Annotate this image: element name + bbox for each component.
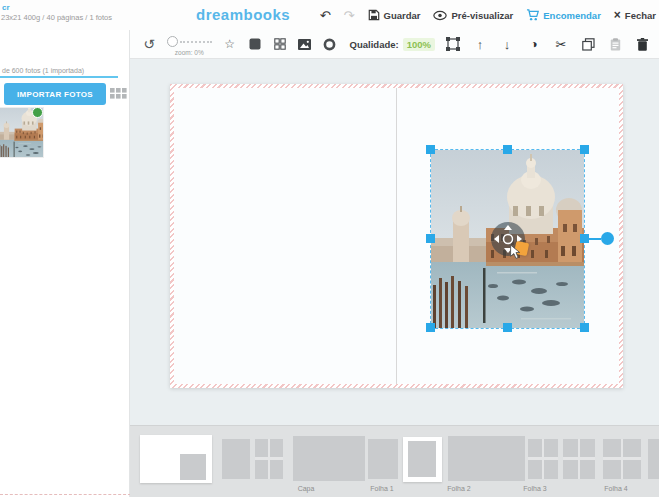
zoom-slider-knob[interactable] [167,36,178,47]
thumb-page-grid [563,439,595,479]
spread-thumb-folha2[interactable] [293,436,365,481]
preview-label: Pré-visualizar [451,10,513,21]
strip-label: Folha 2 [419,485,499,492]
thumb-page [648,439,659,479]
thumb-page-grid [255,439,283,479]
thumb-page [368,439,398,479]
thumbnail-view-toggle-icon[interactable] [110,88,127,107]
cart-icon [526,9,539,21]
reset-zoom-icon[interactable]: ↺ [142,37,156,51]
rotate-handle-knob[interactable] [601,232,614,245]
resize-handle-s[interactable] [503,323,512,332]
contrast-icon[interactable]: ◑ [527,37,541,51]
close-label: Fechar [625,10,656,21]
paste-icon[interactable] [608,37,622,51]
zoom-caption: zoom: 0% [175,49,204,56]
dreambooks-logo: dreambooks [196,6,290,23]
thumb-photo-placeholder [180,454,206,480]
strip-label: Folha 3 [495,485,575,492]
close-icon: × [614,8,621,22]
order-button[interactable]: Encomendar [526,9,601,21]
spread-thumb-folha4[interactable] [448,436,525,481]
eye-icon [433,10,447,21]
order-label: Encomendar [543,10,601,21]
top-bar: cr 23x21 400g / 40 páginas / 1 fotos dre… [0,0,659,31]
zoom-slider-track[interactable] [180,41,212,43]
thumb-page [222,439,250,479]
dreambooks-editor-window: cr 23x21 400g / 40 páginas / 1 fotos dre… [0,0,659,497]
spread-thumb-capa[interactable] [140,435,212,483]
photo-fill-icon[interactable] [298,37,312,51]
favorites-icon[interactable]: ☆ [223,37,237,51]
project-name[interactable]: cr [2,3,10,12]
crop-frame-icon[interactable] [446,37,460,51]
photos-count-info: de 600 fotos (1 importada) [2,67,84,74]
resize-handle-ne[interactable] [580,145,589,154]
zoom-slider[interactable]: zoom: 0% [167,36,212,56]
mouse-cursor-icon [510,245,522,263]
resize-handle-nw[interactable] [426,145,435,154]
pages-strip[interactable]: Capa Folha 1 Folha 2 Folha 3 Folha 4 Fol… [130,425,659,497]
resize-handle-w[interactable] [426,234,435,243]
send-backward-icon[interactable]: ↓ [500,37,514,51]
thumb-photo-placeholder [408,441,436,477]
redo-icon[interactable]: ↷ [344,9,355,22]
strip-label: Folha 1 [342,485,422,492]
spread-gutter-line [396,88,397,384]
delete-trash-icon[interactable] [635,37,649,51]
preview-button[interactable]: Pré-visualizar [433,10,513,21]
quality-value-badge: 100% [403,38,435,51]
project-specs: 23x21 400g / 40 páginas / 1 fotos [1,13,112,22]
layouts-grid-icon[interactable] [273,37,287,51]
resize-handle-e[interactable] [580,234,589,243]
photos-tab-underline [0,76,118,78]
quality-indicator: Qualidade: 100% [350,38,435,51]
photos-sidebar: de 600 fotos (1 importada) IMPORTAR FOTO… [0,30,130,497]
sidebar-separator [0,494,131,495]
copy-icon[interactable] [581,37,595,51]
strip-label: Folha 4 [576,485,656,492]
editor-canvas[interactable] [130,59,659,425]
cut-icon[interactable]: ✂ [554,37,568,51]
resize-handle-n[interactable] [503,145,512,154]
strip-label: Capa [266,485,346,492]
selected-photo-frame[interactable] [431,150,584,328]
thumb-page-grid [528,439,558,479]
undo-icon[interactable]: ↶ [320,9,331,22]
bring-forward-icon[interactable]: ↑ [473,37,487,51]
resize-handle-sw[interactable] [426,323,435,332]
import-photos-button[interactable]: IMPORTAR FOTOS [4,83,106,105]
toolbar-right-group: ↑ ↓ ◑ ✂ [446,37,649,51]
backgrounds-icon[interactable] [248,37,262,51]
close-button[interactable]: × Fechar [614,8,656,22]
quality-label: Qualidade: [350,39,399,50]
thumb-page-white [403,437,442,482]
resize-handle-se[interactable] [580,323,589,332]
edit-toolbar: ↺ zoom: 0% ☆ [130,30,659,59]
thumb-page-grid [603,439,641,479]
save-button[interactable]: Guardar [368,9,421,21]
save-floppy-icon [368,9,380,21]
photo-used-badge [32,107,43,118]
strip-label: Folha 5 [651,485,659,492]
settings-ring-icon[interactable] [323,37,337,51]
topbar-actions: ↶ ↷ Guardar Pré-visualizar [320,0,656,30]
save-label: Guardar [384,10,421,21]
